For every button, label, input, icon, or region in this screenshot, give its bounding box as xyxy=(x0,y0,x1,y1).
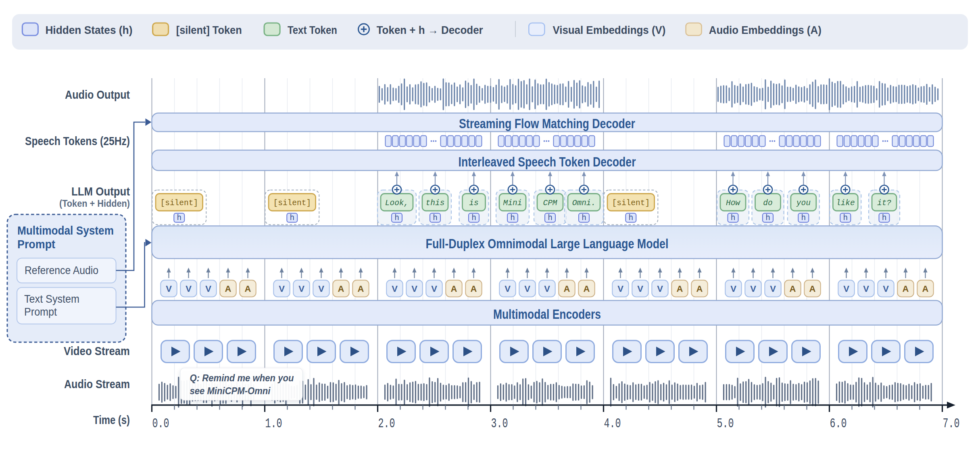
svg-text:[silent]: [silent] xyxy=(612,199,650,208)
svg-text:V: V xyxy=(617,284,623,294)
svg-text:h: h xyxy=(628,214,633,222)
svg-text:h: h xyxy=(394,214,399,222)
svg-text:Full-Duplex Omnimodal Large La: Full-Duplex Omnimodal Large Language Mod… xyxy=(426,236,669,251)
svg-text:5.0: 5.0 xyxy=(717,416,734,431)
svg-text:V: V xyxy=(770,284,776,294)
svg-text:[silent]: [silent] xyxy=(273,199,311,208)
svg-text:7.0: 7.0 xyxy=(943,416,960,431)
svg-text:CPM: CPM xyxy=(543,199,557,208)
svg-text:2.0: 2.0 xyxy=(378,416,395,431)
svg-text:like: like xyxy=(836,199,855,208)
svg-text:V: V xyxy=(186,284,192,294)
svg-text:Streaming Flow Matching Decode: Streaming Flow Matching Decoder xyxy=(459,116,635,131)
svg-text:V: V xyxy=(883,284,889,294)
svg-text:Mini: Mini xyxy=(503,199,522,208)
svg-text:A: A xyxy=(809,284,816,294)
svg-text:V: V xyxy=(730,284,736,294)
svg-text:Omni.: Omni. xyxy=(572,199,596,208)
svg-text:A: A xyxy=(245,284,251,294)
svg-text:How: How xyxy=(726,199,740,208)
svg-text:is: is xyxy=(469,199,478,208)
svg-text:Token + h → Decoder: Token + h → Decoder xyxy=(377,24,483,36)
svg-text:V: V xyxy=(750,284,756,294)
svg-text:V: V xyxy=(505,284,511,294)
svg-text:h: h xyxy=(582,214,586,222)
svg-text:you: you xyxy=(796,199,811,208)
svg-text:A: A xyxy=(790,284,796,294)
svg-text:h: h xyxy=(433,214,438,222)
svg-text:h: h xyxy=(731,214,736,222)
svg-text:4.0: 4.0 xyxy=(604,416,621,431)
svg-text:h: h xyxy=(882,214,887,222)
svg-text:Audio Stream: Audio Stream xyxy=(64,377,130,391)
svg-text:[silent]: [silent] xyxy=(160,199,198,208)
svg-text:V: V xyxy=(544,284,550,294)
svg-text:Prompt: Prompt xyxy=(24,306,57,318)
svg-text:V: V xyxy=(524,284,530,294)
svg-text:3.0: 3.0 xyxy=(491,416,508,431)
svg-text:Visual Embeddings (V): Visual Embeddings (V) xyxy=(553,24,665,36)
svg-text:(Token + Hidden): (Token + Hidden) xyxy=(59,198,130,209)
svg-text:h: h xyxy=(548,214,553,222)
svg-text:V: V xyxy=(279,284,285,294)
svg-text:Q: Remind me when you: Q: Remind me when you xyxy=(190,373,294,383)
svg-text:Audio Embeddings (A): Audio Embeddings (A) xyxy=(709,24,822,36)
svg-text:V: V xyxy=(637,284,643,294)
svg-text:0.0: 0.0 xyxy=(152,416,169,431)
svg-text:V: V xyxy=(392,284,398,294)
svg-text:A: A xyxy=(471,284,477,294)
svg-text:V: V xyxy=(318,284,324,294)
svg-text:A: A xyxy=(677,284,683,294)
svg-text:A: A xyxy=(358,284,364,294)
svg-text:V: V xyxy=(205,284,211,294)
svg-text:h: h xyxy=(177,214,181,222)
svg-text:Reference Audio: Reference Audio xyxy=(25,264,98,276)
svg-text:V: V xyxy=(411,284,417,294)
svg-text:A: A xyxy=(584,284,590,294)
svg-text:Look,: Look, xyxy=(385,199,409,208)
svg-text:Text System: Text System xyxy=(24,293,79,305)
svg-text:see MiniCPM-Omni: see MiniCPM-Omni xyxy=(190,386,271,396)
svg-text:V: V xyxy=(843,284,849,294)
svg-text:Prompt: Prompt xyxy=(17,238,55,251)
svg-text:do: do xyxy=(763,199,772,208)
svg-text:Video Stream: Video Stream xyxy=(64,344,130,358)
svg-text:1.0: 1.0 xyxy=(265,416,282,431)
svg-text:A: A xyxy=(451,284,457,294)
svg-text:Multimodal Encoders: Multimodal Encoders xyxy=(493,306,601,322)
svg-text:[silent] Token: [silent] Token xyxy=(176,24,242,36)
svg-text:V: V xyxy=(657,284,663,294)
svg-text:A: A xyxy=(564,284,570,294)
svg-text:h: h xyxy=(765,214,770,222)
svg-text:6.0: 6.0 xyxy=(830,416,847,431)
svg-text:Speech Tokens (25Hz): Speech Tokens (25Hz) xyxy=(25,134,130,148)
svg-text:V: V xyxy=(166,284,172,294)
svg-text:h: h xyxy=(801,214,806,222)
svg-text:LLM Output: LLM Output xyxy=(71,185,130,198)
svg-text:A: A xyxy=(338,284,344,294)
svg-text:V: V xyxy=(431,284,437,294)
svg-text:h: h xyxy=(510,214,515,222)
svg-text:A: A xyxy=(903,284,909,294)
svg-text:A: A xyxy=(922,284,929,294)
svg-text:it?: it? xyxy=(877,199,891,208)
svg-text:h: h xyxy=(471,214,476,222)
svg-text:h: h xyxy=(843,214,848,222)
svg-text:Multimodal System: Multimodal System xyxy=(17,224,114,237)
svg-text:V: V xyxy=(863,284,869,294)
svg-text:A: A xyxy=(696,284,703,294)
svg-text:Time (s): Time (s) xyxy=(93,413,130,426)
svg-text:Hidden States (h): Hidden States (h) xyxy=(45,24,132,36)
svg-text:Audio Output: Audio Output xyxy=(65,88,130,101)
svg-text:Interleaved Speech Token Decod: Interleaved Speech Token Decoder xyxy=(459,154,636,169)
svg-text:V: V xyxy=(298,284,304,294)
svg-text:Text Token: Text Token xyxy=(288,24,337,36)
svg-text:A: A xyxy=(225,284,231,294)
svg-text:this: this xyxy=(426,199,445,208)
svg-text:h: h xyxy=(290,214,294,222)
